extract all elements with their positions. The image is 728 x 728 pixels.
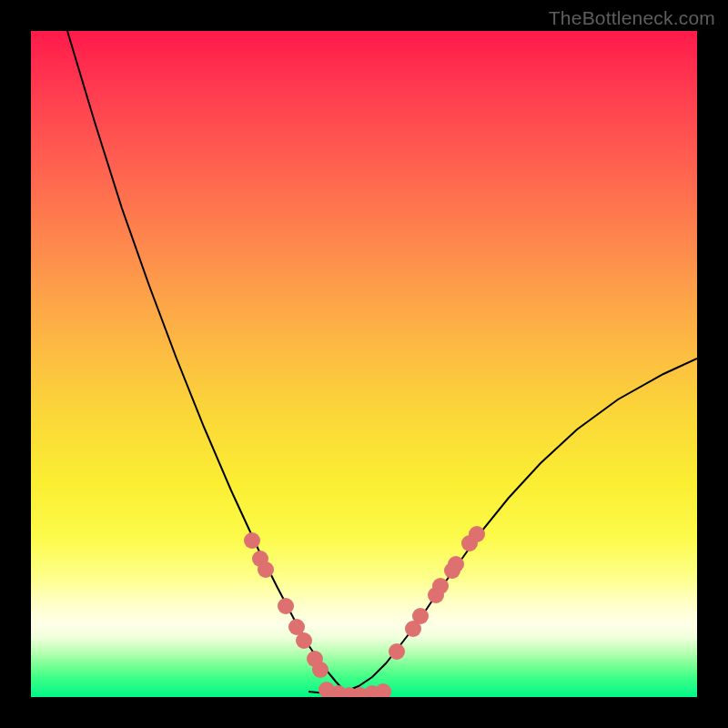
watermark-text: TheBottleneck.com (549, 7, 715, 29)
curve-right-branch (345, 359, 697, 692)
marker-dot (258, 561, 274, 578)
marker-dots-group (244, 526, 485, 697)
curve-svg (31, 31, 697, 697)
marker-dot (448, 556, 464, 572)
marker-dot (389, 643, 405, 660)
marker-dot (278, 598, 294, 614)
marker-dot (432, 578, 449, 594)
marker-dot (469, 526, 485, 542)
marker-dot (244, 532, 260, 549)
marker-dot (375, 683, 391, 697)
curve-group (67, 31, 697, 694)
marker-dot (296, 632, 312, 649)
chart-container: TheBottleneck.com (0, 0, 728, 728)
plot-area (31, 31, 697, 697)
marker-dot (412, 608, 429, 624)
curve-left-branch (67, 31, 345, 692)
marker-dot (312, 662, 329, 678)
